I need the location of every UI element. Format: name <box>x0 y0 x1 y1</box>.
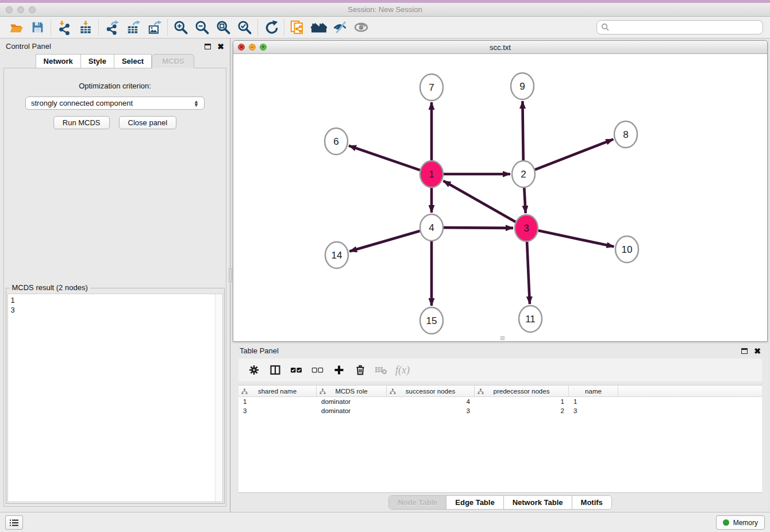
table-row[interactable]: 3dominator323 <box>238 406 762 415</box>
table-cell[interactable]: 1 <box>238 397 317 406</box>
table-cell[interactable]: 1 <box>475 397 569 406</box>
tab-edge-table[interactable]: Edge Table <box>446 496 503 509</box>
table-cell[interactable]: 2 <box>475 406 569 415</box>
tab-node-table[interactable]: Node Table <box>389 496 446 509</box>
tab-mcds[interactable]: MCDS <box>152 54 194 68</box>
network-window-title: scc.txt <box>233 43 767 52</box>
graph-node-11[interactable]: 11 <box>519 306 542 332</box>
table-cell[interactable]: 3 <box>387 406 475 415</box>
table-cell[interactable]: 3 <box>238 406 317 415</box>
column-header-predecessor-nodes[interactable]: predecessor nodes <box>475 385 569 396</box>
table-cell[interactable]: 1 <box>569 397 618 406</box>
zoom-out-icon[interactable] <box>191 18 213 37</box>
graph-edge-2-9[interactable] <box>522 101 523 160</box>
status-bar: Memory <box>0 512 770 532</box>
tab-network-table[interactable]: Network Table <box>503 496 572 509</box>
network-close-button[interactable]: ✕ <box>238 44 245 51</box>
zoom-fit-icon[interactable] <box>213 18 234 37</box>
graph-node-10[interactable]: 10 <box>615 236 638 263</box>
float-panel-icon[interactable] <box>205 44 211 49</box>
export-table-icon[interactable] <box>122 18 144 37</box>
task-history-button[interactable] <box>5 515 23 530</box>
graph-node-2[interactable]: 2 <box>512 161 535 187</box>
graph-node-6[interactable]: 6 <box>325 128 348 155</box>
export-network-icon[interactable] <box>101 18 122 37</box>
import-table-icon[interactable] <box>75 18 96 37</box>
close-table-panel-icon[interactable]: ✖ <box>754 347 761 355</box>
import-network-icon[interactable] <box>53 18 75 37</box>
graph-edge-3-1[interactable] <box>444 181 516 222</box>
result-scrollbar[interactable] <box>215 294 222 502</box>
hide-graphics-details-icon[interactable] <box>329 18 351 37</box>
table-settings-gear-icon[interactable] <box>243 358 264 381</box>
graph-node-4[interactable]: 4 <box>420 214 443 241</box>
graph-edge-3-10[interactable] <box>538 230 614 246</box>
graph-node-7[interactable]: 7 <box>420 74 443 101</box>
network-minimize-button[interactable]: − <box>249 44 256 51</box>
ndex-browse-icon[interactable] <box>308 18 329 37</box>
network-canvas[interactable]: 7968124314101511 <box>233 54 767 341</box>
tab-style[interactable]: Style <box>81 54 114 68</box>
zoom-selected-icon[interactable] <box>234 18 255 37</box>
mcds-result-title: MCDS result (2 nodes) <box>10 283 90 292</box>
select-all-columns-icon[interactable] <box>286 358 307 381</box>
toolbar-separator <box>257 20 258 36</box>
create-column-icon[interactable] <box>328 358 349 381</box>
deselect-all-columns-icon[interactable] <box>307 358 328 381</box>
graph-node-1[interactable]: 1 <box>420 161 443 187</box>
table-cell[interactable]: 3 <box>569 406 618 415</box>
minimize-window-button[interactable] <box>17 6 24 13</box>
delete-table-icon-disabled <box>371 358 392 381</box>
graph-node-9[interactable]: 9 <box>511 73 534 99</box>
toggle-graphics-details-icon[interactable] <box>351 18 372 37</box>
tab-network[interactable]: Network <box>36 54 81 68</box>
export-image-icon[interactable] <box>144 18 165 37</box>
svg-text:10: 10 <box>622 244 633 255</box>
network-maximize-button[interactable]: + <box>260 44 267 51</box>
zoom-in-icon[interactable] <box>170 18 191 37</box>
float-table-panel-icon[interactable] <box>741 348 748 354</box>
graph-edge-2-3[interactable] <box>524 188 525 213</box>
panel-splitter-handle[interactable] <box>229 268 232 282</box>
svg-text:8: 8 <box>623 129 628 140</box>
graph-edge-4-3[interactable] <box>444 228 513 228</box>
graph-node-14[interactable]: 14 <box>325 242 348 268</box>
mcds-result-text[interactable]: 1 3 <box>8 294 215 502</box>
table-cell[interactable]: 4 <box>387 397 475 406</box>
graph-edge-2-8[interactable] <box>535 139 613 169</box>
table-row[interactable]: 1dominator411 <box>238 397 762 406</box>
memory-button[interactable]: Memory <box>716 515 765 530</box>
graph-node-15[interactable]: 15 <box>420 307 443 334</box>
table-cell[interactable]: dominator <box>317 406 387 415</box>
graph-edge-4-14[interactable] <box>349 231 419 252</box>
tab-motifs[interactable]: Motifs <box>572 496 611 509</box>
close-panel-button[interactable]: Close panel <box>119 116 177 129</box>
table-cell[interactable]: dominator <box>317 397 387 406</box>
graph-edge-1-6[interactable] <box>349 146 420 171</box>
refresh-network-icon[interactable] <box>260 18 282 37</box>
open-from-ndex-icon[interactable] <box>287 18 308 37</box>
close-window-button[interactable] <box>6 6 13 13</box>
toolbar-separator <box>167 20 168 36</box>
tab-select[interactable]: Select <box>114 54 152 68</box>
graph-node-3[interactable]: 3 <box>515 215 538 241</box>
close-panel-icon[interactable]: ✖ <box>217 43 224 51</box>
column-header-successor-nodes[interactable]: successor nodes <box>387 385 475 396</box>
canvas-resize-handle[interactable] <box>500 336 505 340</box>
delete-column-icon[interactable] <box>349 358 371 381</box>
graph-edge-3-11[interactable] <box>527 242 530 304</box>
svg-text:15: 15 <box>426 315 437 326</box>
open-session-icon[interactable] <box>6 18 27 37</box>
graph-node-8[interactable]: 8 <box>614 121 637 148</box>
column-header-name[interactable]: name <box>569 385 618 396</box>
criterion-dropdown[interactable]: strongly connected component ▲▼ <box>25 97 205 110</box>
maximize-window-button[interactable] <box>29 6 36 13</box>
save-session-icon[interactable] <box>27 18 48 37</box>
column-layout-icon[interactable] <box>264 358 286 381</box>
column-header-shared-name[interactable]: shared name <box>238 385 317 396</box>
svg-text:9: 9 <box>519 81 525 92</box>
run-mcds-button[interactable]: Run MCDS <box>53 116 110 129</box>
search-input[interactable] <box>596 20 763 34</box>
column-header-mcds-role[interactable]: MCDS role <box>317 385 387 396</box>
network-window-titlebar[interactable]: ✕ − + scc.txt <box>233 41 767 54</box>
